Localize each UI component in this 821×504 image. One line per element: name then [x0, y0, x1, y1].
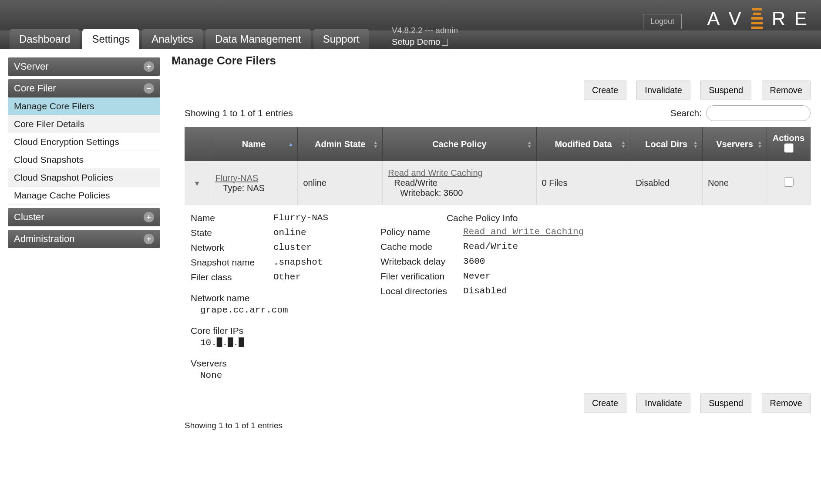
cache-mode-text: Read/Write — [394, 178, 437, 188]
sort-icon: ▼ — [693, 144, 698, 148]
val-policy-name[interactable]: Read and Write Caching — [463, 227, 584, 237]
lbl-local-directories: Local directories — [380, 286, 463, 296]
val-core-filer-ips: 10.█.█.█ — [200, 338, 328, 348]
sidebar-item-manage-cache-policies[interactable]: Manage Cache Policies — [8, 187, 160, 205]
logo-letter-e2: E — [794, 8, 808, 30]
table-row: ▼ Flurry-NAS Type: NAS online Read and W… — [185, 161, 811, 205]
val-state: online — [273, 228, 306, 238]
create-button[interactable]: Create — [584, 81, 626, 100]
sidebar-item-cloud-snapshots[interactable]: Cloud Snapshots — [8, 151, 160, 169]
col-local-dirs[interactable]: Local Dirs▲▼ — [630, 127, 703, 161]
lbl-network: Network — [191, 242, 273, 253]
invalidate-button-bottom[interactable]: Invalidate — [636, 393, 690, 413]
lbl-policy-name: Policy name — [380, 227, 463, 237]
document-icon[interactable] — [442, 39, 448, 46]
val-writeback-delay: 3600 — [463, 256, 485, 267]
search-label: Search: — [670, 108, 702, 118]
sort-asc-icon: ▲ — [289, 142, 293, 146]
lbl-filer-verification: Filer verification — [380, 271, 463, 282]
invalidate-button[interactable]: Invalidate — [636, 81, 690, 100]
logo-e-icon — [750, 8, 764, 29]
actions-top: Create Invalidate Suspend Remove — [172, 81, 811, 100]
lbl-core-filer-ips: Core filer IPs — [191, 326, 328, 336]
page-title: Manage Core Filers — [172, 54, 811, 67]
lbl-cache-mode: Cache mode — [380, 242, 463, 252]
sidebar-administration-label: Administration — [14, 233, 74, 245]
sidebar-item-core-filer-details[interactable]: Core Filer Details — [8, 115, 160, 133]
logo-letter-r: R — [772, 8, 787, 30]
minus-icon: − — [144, 83, 154, 94]
create-button-bottom[interactable]: Create — [584, 393, 626, 413]
actions-bottom: Create Invalidate Suspend Remove — [172, 393, 811, 413]
cell-admin-state: online — [298, 161, 383, 205]
sidebar-section-administration[interactable]: Administration + — [8, 230, 160, 248]
main-content: Manage Core Filers Create Invalidate Sus… — [165, 54, 821, 448]
sidebar-cluster-label: Cluster — [14, 212, 44, 223]
lbl-network-name: Network name — [191, 293, 328, 303]
sidebar-section-cluster[interactable]: Cluster + — [8, 208, 160, 226]
sidebar-section-core-filer[interactable]: Core Filer − — [8, 79, 160, 97]
sort-icon: ▼ — [527, 144, 532, 148]
lbl-writeback-delay: Writeback delay — [380, 256, 463, 267]
val-snapshot: .snapshot — [273, 257, 323, 268]
col-expand — [185, 127, 210, 161]
cache-policy-info-title: Cache Policy Info — [380, 213, 584, 223]
sidebar-item-cloud-encryption-settings[interactable]: Cloud Encryption Settings — [8, 133, 160, 151]
logout-button[interactable]: Logout — [643, 14, 682, 29]
core-filers-table: Name▲ Admin State▲▼ Cache Policy▲▼ Modif… — [185, 127, 811, 205]
col-name[interactable]: Name▲ — [210, 127, 298, 161]
version-text: V4.8.2.2 --- admin — [392, 25, 458, 36]
cache-policy-link[interactable]: Read and Write Caching — [388, 168, 483, 178]
col-vservers[interactable]: Vservers▲▼ — [703, 127, 767, 161]
lbl-state: State — [191, 228, 273, 238]
sort-icon: ▼ — [373, 144, 378, 148]
setup-demo-link[interactable]: Setup Demo — [392, 37, 440, 47]
val-cache-mode: Read/Write — [463, 242, 518, 252]
sort-icon: ▼ — [621, 144, 626, 148]
plus-icon: + — [144, 61, 154, 72]
select-all-checkbox[interactable] — [784, 143, 794, 153]
tab-data-management[interactable]: Data Management — [205, 29, 310, 49]
suspend-button-bottom[interactable]: Suspend — [700, 393, 751, 413]
cell-local-dirs: Disabled — [630, 161, 703, 205]
tab-settings[interactable]: Settings — [82, 29, 139, 49]
sidebar-item-manage-core-filers[interactable]: Manage Core Filers — [8, 97, 160, 115]
val-network-name: grape.cc.arr.com — [200, 305, 328, 315]
row-checkbox[interactable] — [784, 177, 794, 187]
plus-icon: + — [144, 234, 154, 244]
val-name: Flurry-NAS — [273, 213, 328, 223]
col-cache-policy[interactable]: Cache Policy▲▼ — [383, 127, 536, 161]
sidebar-corefiler-label: Core Filer — [14, 83, 56, 94]
showing-text: Showing 1 to 1 of 1 entries — [185, 108, 293, 118]
tab-dashboard[interactable]: Dashboard — [10, 29, 80, 49]
row-expander-icon[interactable]: ▼ — [194, 180, 201, 187]
showing-text-bottom: Showing 1 to 1 of 1 entries — [185, 421, 811, 430]
sidebar-item-cloud-snapshot-policies[interactable]: Cloud Snapshot Policies — [8, 169, 160, 187]
val-vservers: None — [200, 370, 328, 380]
tab-support[interactable]: Support — [313, 29, 369, 49]
sidebar-vserver-label: VServer — [14, 61, 48, 72]
row-detail: NameFlurry-NAS Stateonline Networkcluste… — [191, 213, 811, 380]
plus-icon: + — [144, 212, 154, 222]
col-modified-data[interactable]: Modified Data▲▼ — [536, 127, 630, 161]
sidebar: VServer + Core Filer − Manage Core Filer… — [0, 54, 165, 448]
remove-button[interactable]: Remove — [762, 81, 811, 100]
lbl-filer-class: Filer class — [191, 272, 273, 282]
suspend-button[interactable]: Suspend — [700, 81, 751, 100]
filer-name-link[interactable]: Flurry-NAS — [215, 173, 259, 183]
lbl-vservers: Vservers — [191, 358, 328, 369]
sort-icon: ▼ — [757, 144, 762, 148]
search-input[interactable] — [706, 105, 811, 121]
writeback-text: Writeback: 3600 — [400, 188, 463, 198]
sidebar-section-vserver[interactable]: VServer + — [8, 57, 160, 76]
remove-button-bottom[interactable]: Remove — [762, 393, 811, 413]
val-local-directories: Disabled — [463, 286, 507, 296]
filer-type: Type: NAS — [223, 183, 265, 193]
val-filer-verification: Never — [463, 271, 491, 282]
val-filer-class: Other — [273, 272, 301, 282]
col-actions: Actions — [767, 127, 811, 161]
col-admin-state[interactable]: Admin State▲▼ — [298, 127, 383, 161]
nav-tabs: Dashboard Settings Analytics Data Manage… — [0, 30, 821, 49]
tab-analytics[interactable]: Analytics — [142, 29, 203, 49]
logo-letter-v: V — [729, 8, 742, 30]
